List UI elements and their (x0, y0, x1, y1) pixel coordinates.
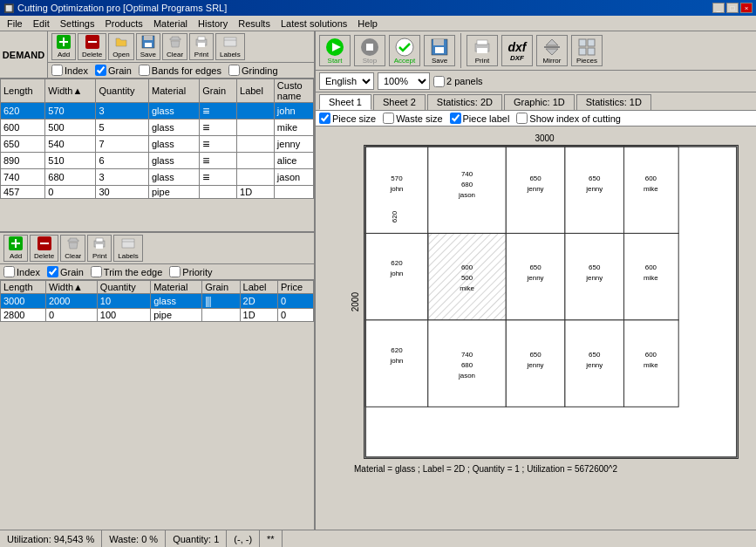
piece-size-check[interactable]: Piece size (319, 113, 376, 124)
stock-labels-button[interactable]: Labels (113, 235, 143, 262)
stock-col-grain[interactable]: Grain (202, 281, 240, 294)
menu-latest-solutions[interactable]: Latest solutions (276, 17, 352, 31)
tab-sheet1[interactable]: Sheet 1 (319, 94, 371, 110)
svg-marker-35 (546, 39, 558, 45)
stock-col-width[interactable]: Width▲ (46, 281, 98, 294)
stock-priority-check[interactable]: Priority (169, 266, 212, 277)
stock-col-material[interactable]: Material (151, 281, 202, 294)
right-toolbar: Start Stop Accept Save Print (316, 31, 756, 71)
stock-index-input[interactable] (3, 266, 15, 277)
svg-text:jason: jason (458, 191, 475, 199)
stock-col-length[interactable]: Length (1, 281, 46, 294)
minimize-button[interactable]: _ (712, 3, 725, 13)
demand-cell-length: 600 (1, 120, 45, 136)
menu-settings[interactable]: Settings (55, 17, 100, 31)
language-dropdown[interactable]: English (319, 72, 374, 90)
demand-col-quantity[interactable]: Quantity (96, 79, 149, 103)
demand-grain-input[interactable] (95, 65, 106, 76)
demand-row[interactable]: 620 570 3 glass ≡ john (1, 103, 314, 120)
demand-grinding-check[interactable]: Grinding (228, 65, 278, 76)
demand-row[interactable]: 890 510 6 glass ≡ alice (1, 153, 314, 169)
demand-row[interactable]: 457 0 30 pipe 1D (1, 186, 314, 199)
stock-row[interactable]: 2800 0 100 pipe 1D 0 (1, 309, 314, 322)
demand-cell-qty: 7 (96, 136, 149, 153)
menu-file[interactable]: File (2, 17, 28, 31)
demand-delete-button[interactable]: Delete (78, 33, 106, 60)
demand-row[interactable]: 600 500 5 glass ≡ mike (1, 120, 314, 136)
menu-material[interactable]: Material (148, 17, 193, 31)
stock-print-button[interactable]: Print (87, 235, 112, 262)
demand-cell-qty: 6 (96, 153, 149, 169)
tab-graphic-1d[interactable]: Graphic: 1D (504, 94, 575, 110)
stock-col-label[interactable]: Label (240, 281, 277, 294)
stock-col-price[interactable]: Price (277, 281, 313, 294)
demand-col-width[interactable]: Width▲ (45, 79, 96, 103)
stock-trim-check[interactable]: Trim the edge (91, 266, 162, 277)
demand-grinding-input[interactable] (228, 65, 240, 76)
stock-clear-button[interactable]: Clear (60, 235, 85, 262)
show-index-input[interactable] (516, 113, 528, 124)
zoom-dropdown[interactable]: 100% (378, 72, 430, 90)
start-button[interactable]: Start (319, 35, 351, 66)
print-button[interactable]: Print (467, 35, 498, 66)
svg-rect-10 (198, 43, 205, 47)
tab-sheet2[interactable]: Sheet 2 (373, 94, 426, 110)
tab-statistics-1d[interactable]: Statistics: 1D (576, 94, 651, 110)
stock-table: Length Width▲ Quantity Material Grain La… (0, 280, 314, 322)
menu-edit[interactable]: Edit (28, 17, 55, 31)
stock-row[interactable]: 3000 2000 10 glass ||| 2D 0 (1, 294, 314, 309)
menu-products[interactable]: Products (99, 17, 147, 31)
piece-label-input[interactable] (450, 113, 461, 124)
stock-priority-input[interactable] (169, 266, 180, 277)
demand-col-length[interactable]: Length (1, 79, 45, 103)
close-button[interactable]: × (740, 3, 753, 13)
demand-col-customer[interactable]: Custoname (274, 79, 313, 103)
demand-grain-check[interactable]: Grain (95, 65, 132, 76)
menu-results[interactable]: Results (233, 17, 276, 31)
stock-grain-input[interactable] (47, 266, 58, 277)
demand-col-material[interactable]: Material (148, 79, 199, 103)
stock-col-quantity[interactable]: Quantity (97, 281, 150, 294)
demand-print-button[interactable]: Print (189, 33, 214, 60)
menu-help[interactable]: Help (352, 17, 383, 31)
stock-cell-price: 0 (277, 309, 313, 322)
demand-open-button[interactable]: Open (108, 33, 134, 60)
demand-add-button[interactable]: Add (51, 33, 76, 60)
status-utilization: Utilization: 94,543 % (0, 530, 102, 547)
demand-labels-button[interactable]: Labels (215, 33, 245, 60)
stock-delete-button[interactable]: Delete (30, 235, 58, 262)
stock-index-check[interactable]: Index (3, 266, 40, 277)
demand-col-grain[interactable]: Grain (200, 79, 237, 103)
mirror-button[interactable]: Mirror (536, 35, 568, 66)
save-icon (141, 35, 155, 51)
show-index-check[interactable]: Show index of cutting (516, 113, 621, 124)
demand-row[interactable]: 650 540 7 glass ≡ jenny (1, 136, 314, 153)
demand-index-input[interactable] (51, 65, 63, 76)
maximize-button[interactable]: □ (726, 3, 739, 13)
demand-bands-input[interactable] (139, 65, 150, 76)
menu-history[interactable]: History (193, 17, 233, 31)
waste-size-check[interactable]: Waste size (383, 113, 442, 124)
two-panels-input[interactable] (433, 76, 445, 87)
demand-index-check[interactable]: Index (51, 65, 88, 76)
demand-row[interactable]: 740 680 3 glass ≡ jason (1, 169, 314, 186)
stop-button[interactable]: Stop (354, 35, 385, 66)
demand-bands-check[interactable]: Bands for edges (139, 65, 221, 76)
demand-save-label: Save (140, 51, 156, 58)
stock-add-button[interactable]: Add (3, 235, 28, 262)
accept-button[interactable]: Accept (389, 35, 420, 66)
dxf-button[interactable]: dxf DXF (501, 35, 533, 66)
waste-size-input[interactable] (383, 113, 394, 124)
stock-trim-input[interactable] (91, 266, 102, 277)
right-save-button[interactable]: Save (424, 35, 455, 66)
piece-label-check[interactable]: Piece label (450, 113, 510, 124)
piece-size-input[interactable] (319, 113, 330, 124)
tab-statistics-2d[interactable]: Statistics: 2D (427, 94, 502, 110)
pieces-button[interactable]: Pieces (571, 35, 603, 66)
demand-clear-button[interactable]: Clear (162, 33, 187, 60)
demand-save-button[interactable]: Save (136, 33, 160, 60)
demand-col-label[interactable]: Label (237, 79, 275, 103)
two-panels-check[interactable]: 2 panels (433, 76, 483, 87)
demand-cell-label: 1D (237, 186, 275, 199)
stock-grain-check[interactable]: Grain (47, 266, 84, 277)
